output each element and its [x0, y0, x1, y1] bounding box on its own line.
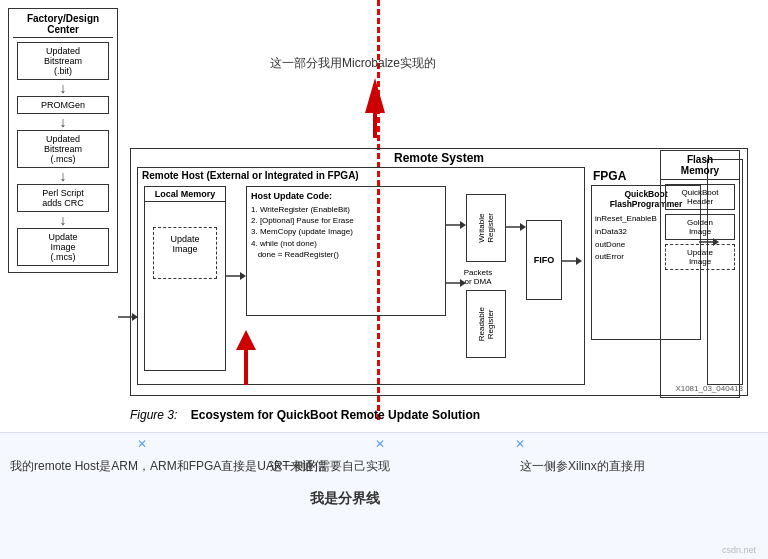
diagram-container: Remote System Remote Host (External or I… — [130, 148, 750, 398]
fifo-box: FIFO — [526, 220, 562, 300]
bottom-x-2: ✕ — [375, 437, 385, 451]
factory-box-update-image: UpdateImage(.mcs) — [17, 228, 109, 266]
divider-text: 我是分界线 — [310, 490, 380, 508]
factory-box-updated-bitstream: UpdatedBitstream(.bit) — [17, 42, 109, 80]
arrow-packets-to-fifo — [446, 276, 466, 290]
figure-caption: Figure 3: Ecosystem for QuickBoot Remote… — [130, 408, 480, 422]
factory-box-updated-bitstream-mcs: UpdatedBitstream(.mcs) — [17, 130, 109, 168]
factory-arrow-3: ↓ — [13, 170, 113, 182]
host-update-code-steps: 1. WriteRegister (EnableBit) 2. [Optiona… — [251, 204, 441, 260]
arrow-fifo-to-qb — [562, 254, 582, 268]
arrow-writable-to-fifo — [506, 220, 526, 234]
readable-register-label: ReadableRegister — [477, 307, 495, 341]
svg-marker-0 — [365, 78, 385, 138]
factory-box-perl-script: Perl Scriptadds CRC — [17, 184, 109, 212]
flash-memory-panel: FlashMemory QuickBootHeader GoldenImage … — [660, 150, 740, 398]
local-memory-title: Local Memory — [145, 187, 225, 202]
remote-host-title: Remote Host (External or Integrated in F… — [138, 168, 584, 183]
factory-arrow-1: ↓ — [13, 82, 113, 94]
host-update-code-title: Host Update Code: — [251, 191, 441, 201]
annotation-microblaze: 这一部分我用Microbalze实现的 — [270, 55, 436, 72]
red-arrow-up-diagram — [226, 330, 266, 387]
local-memory-box: Local Memory UpdateImage — [144, 186, 226, 371]
factory-panel: Factory/DesignCenter UpdatedBitstream(.b… — [8, 8, 118, 273]
csdn-watermark: csdn.net — [722, 545, 756, 555]
bottom-text-center: 这一侧的需要自己实现 — [270, 458, 390, 475]
page: 这一部分我用Microbalze实现的 Factory/DesignCenter… — [0, 0, 768, 559]
bottom-x-1: ✕ — [137, 437, 147, 451]
factory-title: Factory/DesignCenter — [13, 13, 113, 38]
readable-register: ReadableRegister — [466, 290, 506, 358]
svg-marker-6 — [460, 279, 466, 287]
figure-label: Figure 3: — [130, 408, 177, 422]
writable-register: WritableRegister — [466, 194, 506, 262]
svg-marker-10 — [576, 257, 582, 265]
flash-item-golden-image: GoldenImage — [665, 214, 735, 240]
factory-arrow-4: ↓ — [13, 214, 113, 226]
bottom-text-right: 这一侧参Xilinx的直接用 — [520, 458, 645, 475]
bottom-section — [0, 432, 768, 559]
host-update-code-box: Host Update Code: 1. WriteRegister (Enab… — [246, 186, 446, 316]
red-arrow-annotation — [355, 78, 395, 138]
figure-text: Ecosystem for QuickBoot Remote Update So… — [191, 408, 480, 422]
writable-register-label: WritableRegister — [477, 213, 495, 243]
factory-to-remote-arrow — [118, 310, 138, 324]
arrow-local-to-host — [226, 268, 246, 284]
flash-item-update-image: UpdateImage — [665, 244, 735, 270]
bottom-x-3: ✕ — [515, 437, 525, 451]
remote-system-border: Remote System Remote Host (External or I… — [130, 148, 748, 396]
flash-item-quickboot-header: QuickBootHeader — [665, 184, 735, 210]
svg-marker-15 — [132, 313, 138, 321]
factory-box-promgen: PROMGen — [17, 96, 109, 114]
factory-arrow-2: ↓ — [13, 116, 113, 128]
remote-system-title: Remote System — [131, 149, 747, 167]
update-image-dashed: UpdateImage — [153, 227, 217, 279]
fpga-label: FPGA — [593, 169, 626, 183]
svg-marker-13 — [236, 330, 256, 385]
remote-host-box: Remote Host (External or Integrated in F… — [137, 167, 585, 385]
fifo-label: FIFO — [534, 255, 555, 265]
arrow-host-to-writable — [446, 218, 466, 232]
flash-memory-title: FlashMemory — [661, 151, 739, 180]
